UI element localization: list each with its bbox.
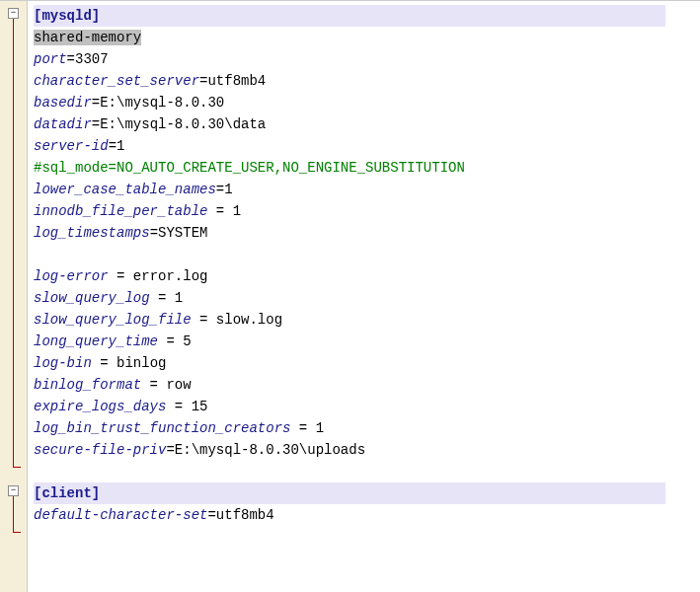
- code-line: shared-memory: [34, 27, 700, 48]
- code-line: binlog_format = row: [34, 374, 700, 396]
- code-line: log-error = error.log: [34, 265, 700, 287]
- code-area[interactable]: [mysqld]shared-memoryport=3307character_…: [28, 1, 700, 592]
- code-line: #sql_mode=NO_AUTO_CREATE_USER,NO_ENGINE_…: [34, 157, 700, 179]
- code-line: lower_case_table_names=1: [34, 179, 700, 200]
- fold-guide-client: [13, 496, 14, 532]
- fold-end-mysqld: [13, 467, 21, 468]
- code-line: [34, 244, 700, 265]
- code-line: server-id=1: [34, 135, 700, 157]
- code-line: innodb_file_per_table = 1: [34, 200, 700, 222]
- fold-gutter: − −: [0, 1, 28, 592]
- code-line: log_timestamps=SYSTEM: [34, 222, 700, 244]
- section-header-client: [client]: [34, 482, 700, 504]
- code-line: character_set_server=utf8mb4: [34, 70, 700, 92]
- code-line: expire_logs_days = 15: [34, 396, 700, 417]
- code-line: default-character-set=utf8mb4: [34, 504, 700, 526]
- code-line: [34, 461, 700, 482]
- code-line: datadir=E:\mysql-8.0.30\data: [34, 113, 700, 135]
- fold-end-client: [13, 532, 21, 533]
- code-line: basedir=E:\mysql-8.0.30: [34, 92, 700, 113]
- code-line: slow_query_log_file = slow.log: [34, 309, 700, 331]
- fold-toggle-mysqld[interactable]: −: [8, 8, 19, 19]
- code-editor: − − [mysqld]shared-memoryport=3307charac…: [0, 0, 700, 592]
- fold-toggle-client[interactable]: −: [8, 485, 19, 496]
- fold-guide-mysqld: [13, 19, 14, 467]
- code-line: log-bin = binlog: [34, 352, 700, 374]
- code-line: long_query_time = 5: [34, 331, 700, 352]
- code-line: port=3307: [34, 48, 700, 70]
- code-line: log_bin_trust_function_creators = 1: [34, 417, 700, 439]
- section-header-mysqld: [mysqld]: [34, 5, 700, 27]
- code-line: secure-file-priv=E:\mysql-8.0.30\uploads: [34, 439, 700, 461]
- code-line: slow_query_log = 1: [34, 287, 700, 309]
